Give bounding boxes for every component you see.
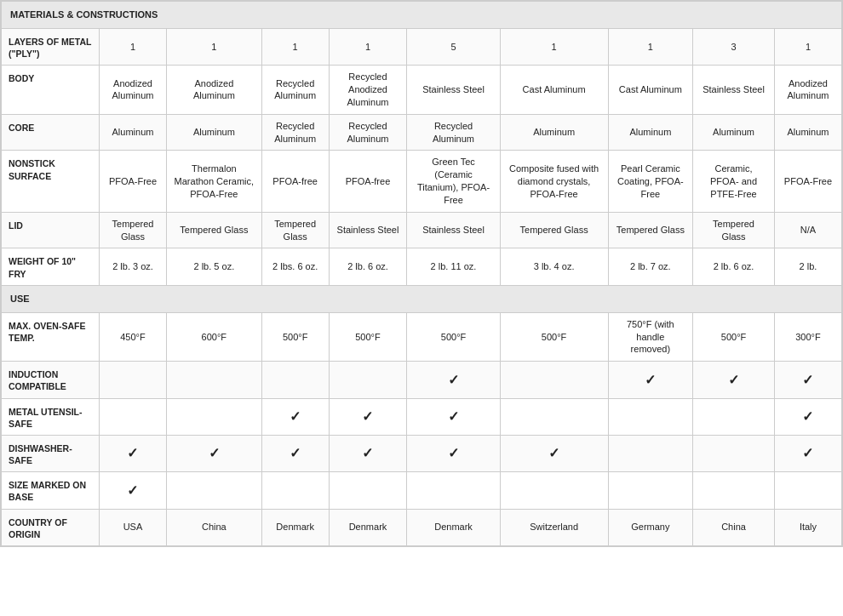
row-label: COUNTRY OF ORIGIN xyxy=(2,509,100,545)
cell-value: PFOA-free xyxy=(329,151,407,212)
cell-value: ✓ xyxy=(500,435,608,471)
table-row: DISHWASHER-SAFE✓✓✓✓✓✓✓ xyxy=(2,435,842,471)
cell-value: ✓ xyxy=(407,362,500,398)
cell-value: ✓ xyxy=(774,398,841,435)
row-label: DISHWASHER-SAFE xyxy=(2,435,100,471)
cell-value xyxy=(166,398,261,435)
cell-value: 2 lb. 7 oz. xyxy=(608,248,693,285)
section-title: USE xyxy=(2,285,842,312)
cell-value: Tempered Glass xyxy=(166,212,261,248)
check-icon: ✓ xyxy=(362,446,373,460)
cell-value xyxy=(100,362,167,398)
check-icon: ✓ xyxy=(362,409,373,424)
row-label: SIZE MARKED ON BASE xyxy=(2,472,100,509)
check-icon: ✓ xyxy=(645,373,656,387)
cell-value: 3 lb. 4 oz. xyxy=(500,248,608,285)
cell-value: Anodized Aluminum xyxy=(774,66,841,115)
cell-value: China xyxy=(166,509,261,545)
cell-value: PFOA-Free xyxy=(774,151,841,212)
row-label: INDUCTION COMPATIBLE xyxy=(2,362,100,398)
cell-value: Recycled Aluminum xyxy=(261,66,329,115)
cell-value: Denmark xyxy=(329,509,407,545)
check-icon: ✓ xyxy=(290,446,301,460)
cell-value: ✓ xyxy=(166,435,261,471)
table-row: METAL UTENSIL-SAFE✓✓✓✓ xyxy=(2,398,842,435)
cell-value: Anodized Aluminum xyxy=(100,66,167,115)
check-icon: ✓ xyxy=(448,409,459,424)
cell-value: Switzerland xyxy=(500,509,608,545)
check-icon: ✓ xyxy=(127,446,138,460)
table-row: LIDTempered GlassTempered GlassTempered … xyxy=(2,212,842,248)
check-icon: ✓ xyxy=(290,409,301,424)
cell-value: 450°F xyxy=(100,312,167,362)
cell-value: Italy xyxy=(774,509,841,545)
cell-value: Recycled Aluminum xyxy=(407,114,500,151)
row-label: LID xyxy=(2,212,100,248)
cell-value: Pearl Ceramic Coating, PFOA-Free xyxy=(608,151,693,212)
cell-value: Tempered Glass xyxy=(693,212,775,248)
cell-value: Tempered Glass xyxy=(608,212,693,248)
check-icon: ✓ xyxy=(209,446,220,460)
cell-value: 500°F xyxy=(329,312,407,362)
cell-value: Germany xyxy=(608,509,693,545)
comparison-table: MATERIALS & CONSTRUCTIONSLAYERS OF METAL… xyxy=(0,0,843,547)
cell-value: Stainless Steel xyxy=(407,212,500,248)
cell-value xyxy=(100,398,167,435)
cell-value: ✓ xyxy=(774,435,841,471)
cell-value: ✓ xyxy=(261,398,329,435)
cell-value: Thermalon Marathon Ceramic, PFOA-Free xyxy=(166,151,261,212)
cell-value: 2 lb. 3 oz. xyxy=(100,248,167,285)
cell-value: PFOA-Free xyxy=(100,151,167,212)
cell-value: ✓ xyxy=(100,472,167,509)
check-icon: ✓ xyxy=(802,446,813,460)
cell-value xyxy=(693,398,775,435)
check-icon: ✓ xyxy=(802,409,813,424)
cell-value: Aluminum xyxy=(166,114,261,151)
cell-value xyxy=(608,398,693,435)
row-label: METAL UTENSIL-SAFE xyxy=(2,398,100,435)
cell-value xyxy=(329,472,407,509)
cell-value: Aluminum xyxy=(693,114,775,151)
cell-value: 1 xyxy=(608,28,693,65)
check-icon: ✓ xyxy=(127,483,138,498)
cell-value: Stainless Steel xyxy=(329,212,407,248)
cell-value: 300°F xyxy=(774,312,841,362)
row-label: MAX. OVEN-SAFE TEMP. xyxy=(2,312,100,362)
cell-value: 2 lb. 11 oz. xyxy=(407,248,500,285)
cell-value xyxy=(608,435,693,471)
table-row: WEIGHT OF 10" FRY2 lb. 3 oz.2 lb. 5 oz.2… xyxy=(2,248,842,285)
cell-value: Stainless Steel xyxy=(407,66,500,115)
cell-value: 750°F (with handle removed) xyxy=(608,312,693,362)
row-label: NONSTICK SURFACE xyxy=(2,151,100,212)
cell-value: 5 xyxy=(407,28,500,65)
cell-value xyxy=(261,472,329,509)
cell-value: Denmark xyxy=(407,509,500,545)
table-row: SIZE MARKED ON BASE✓ xyxy=(2,472,842,509)
cell-value xyxy=(166,472,261,509)
cell-value: 2 lbs. 6 oz. xyxy=(261,248,329,285)
cell-value: Tempered Glass xyxy=(261,212,329,248)
cell-value: 1 xyxy=(329,28,407,65)
cell-value xyxy=(608,472,693,509)
table-row: INDUCTION COMPATIBLE✓✓✓✓ xyxy=(2,362,842,398)
cell-value: Aluminum xyxy=(774,114,841,151)
cell-value: 500°F xyxy=(407,312,500,362)
cell-value: 1 xyxy=(100,28,167,65)
cell-value: 1 xyxy=(500,28,608,65)
cell-value: Ceramic, PFOA- and PTFE-Free xyxy=(693,151,775,212)
cell-value: PFOA-free xyxy=(261,151,329,212)
cell-value: 2 lb. 6 oz. xyxy=(693,248,775,285)
cell-value: ✓ xyxy=(407,435,500,471)
cell-value: ✓ xyxy=(407,398,500,435)
row-label: WEIGHT OF 10" FRY xyxy=(2,248,100,285)
table-row: COREAluminumAluminumRecycled AluminumRec… xyxy=(2,114,842,151)
cell-value: Aluminum xyxy=(608,114,693,151)
cell-value xyxy=(500,398,608,435)
cell-value xyxy=(500,472,608,509)
check-icon: ✓ xyxy=(448,373,459,387)
row-label: CORE xyxy=(2,114,100,151)
cell-value: 500°F xyxy=(261,312,329,362)
cell-value: 500°F xyxy=(693,312,775,362)
check-icon: ✓ xyxy=(448,446,459,460)
cell-value: ✓ xyxy=(608,362,693,398)
